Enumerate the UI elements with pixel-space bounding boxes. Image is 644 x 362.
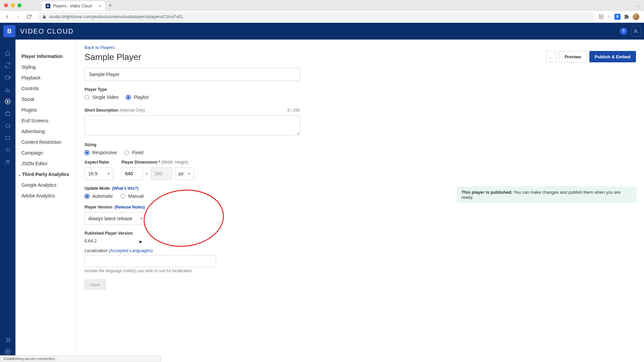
localization-input[interactable] [85,255,216,267]
radio-single-video[interactable]: Single Video [85,95,118,100]
player-version-select[interactable]: Always latest release▼ [85,212,146,225]
install-icon[interactable] [598,14,604,19]
sidebar-item-plugins[interactable]: Plugins [15,105,76,115]
radio-automatic[interactable]: Automatic [85,193,113,199]
short-description-label: Short Description (Internal Only) [85,108,145,113]
page-title: Sample Player [85,52,141,62]
sidebar-item-social[interactable]: Social [15,94,76,105]
sidebar-item-styling[interactable]: Styling [15,62,76,72]
url-field[interactable]: studio.brightcove.com/products/videoclou… [38,12,594,21]
preview-button[interactable]: Preview [559,51,587,62]
sidebar-item-controls[interactable]: Controls [15,83,76,94]
sidebar-item-adobe-analytics[interactable]: Adobe Analytics [15,190,76,201]
main: Player Information Styling Playback Cont… [0,40,644,362]
caret-down-icon: ▼ [140,217,143,221]
url-text: studio.brightcove.com/products/videoclou… [49,14,183,19]
sidebar-group-third-party-analytics[interactable]: ⌄ Third-Party Analytics [15,169,76,180]
chrome-expand-icon[interactable]: ⌄ [636,3,640,8]
whats-this-link[interactable]: (What's this?) [112,186,139,191]
publish-embed-button[interactable]: Publish & Embed [589,51,636,62]
rail-audience-icon[interactable] [4,158,11,166]
player-version-label: Player Version (Release Notes) [85,205,636,209]
new-tab-button[interactable]: + [109,2,112,8]
radio-icon [124,150,129,155]
extensions-puzzle-icon[interactable] [624,14,629,19]
rail-live-icon[interactable] [4,134,11,141]
sidebar-item-playback[interactable]: Playback [15,72,76,83]
window-close[interactable] [4,3,8,7]
player-name-input[interactable] [85,68,300,81]
tab-favicon: B [46,4,50,8]
rail-settings-icon[interactable] [4,348,11,355]
nav-forward-button[interactable] [13,12,23,21]
rail-analytics-icon[interactable] [4,86,11,93]
sidebar: Player Information Styling Playback Cont… [15,40,76,362]
back-to-players-link[interactable]: Back to Players [85,45,141,50]
nav-back-button[interactable] [3,12,12,21]
radio-playlist[interactable]: Playlist [126,95,148,100]
chevron-down-icon: ⌄ [18,173,21,176]
sidebar-item-content-restriction[interactable]: Content Restriction [15,137,76,147]
url-bar: studio.brightcove.com/products/videoclou… [0,11,644,23]
traffic-lights [4,3,21,7]
icon-rail [0,40,15,362]
width-input[interactable] [121,167,143,180]
svg-point-8 [8,161,10,162]
window-maximize[interactable] [17,3,21,7]
sidebar-item-google-analytics[interactable]: Google Analytics [15,180,76,190]
rail-media-icon[interactable] [4,74,11,81]
form-area: Player Type Single Video Playlist Short … [76,65,644,293]
short-description-counter: 0 / 250 [287,108,300,113]
profile-avatar[interactable] [633,13,639,20]
app-title: VIDEO CLOUD [20,27,74,35]
rail-home-icon[interactable] [4,50,11,57]
rail-integrations-icon[interactable] [4,146,11,154]
browser-status-bar: Establishing secure connection... [0,355,161,362]
caret-down-icon: ▼ [187,172,191,176]
rail-players-icon[interactable] [4,98,11,105]
release-notes-link[interactable]: (Release Notes) [114,205,145,209]
sidebar-item-campaign[interactable]: Campaign [15,147,76,158]
unit-select[interactable]: px▼ [175,167,194,180]
svg-point-1 [635,29,636,31]
radio-fixed[interactable]: Fixed [124,150,143,155]
short-description-input[interactable] [85,115,300,135]
sidebar-item-end-screens[interactable]: End Screens [15,115,76,126]
aspect-ratio-select[interactable]: 16:9▼ [85,167,113,180]
browser-tab[interactable]: B Players - Video Cloud × [42,1,105,10]
lock-icon [42,15,46,19]
publish-status-banner: This player is published. You can make c… [457,186,637,203]
localization-hint: Include the language code(s) you wish to… [85,268,636,273]
window-minimize[interactable] [11,3,15,7]
tab-title: Players - Video Cloud [53,4,92,8]
user-menu-button[interactable] [631,26,641,36]
app-logo[interactable]: B [3,25,15,37]
sidebar-item-player-information[interactable]: Player Information [15,51,76,62]
window-chrome: B Players - Video Cloud × + ⌄ [0,0,644,11]
sidebar-item-json-editor[interactable]: JSON Editor [15,158,76,169]
rail-refresh-icon[interactable] [4,62,11,69]
aspect-ratio-label: Aspect Ratio [85,160,113,165]
browser-tabs: B Players - Video Cloud × + [42,0,112,10]
svg-rect-2 [5,76,9,79]
multiply-icon: × [146,171,148,176]
radio-responsive[interactable]: Responsive [85,150,117,155]
nav-reload-button[interactable] [24,12,34,21]
content: Back to Players Sample Player ... Previe… [76,40,644,362]
extension-icons: ☆ B [598,13,641,20]
more-options-button[interactable]: ... [546,51,556,62]
published-player-version-label: Published Player Version [85,231,636,236]
rail-cloud-icon[interactable] [4,122,11,129]
sidebar-item-advertising[interactable]: Advertising [15,126,76,137]
help-button[interactable]: ? [620,27,627,35]
radio-manual[interactable]: Manual [120,193,144,199]
accepted-languages-link[interactable]: (Accepted Languages) [109,248,153,253]
radio-icon [120,194,125,199]
save-button[interactable]: Save [85,279,106,290]
rail-marketplace-icon[interactable] [4,336,11,343]
tab-close-icon[interactable]: × [99,3,101,8]
svg-point-9 [7,341,7,342]
rail-gallery-icon[interactable] [4,110,11,117]
star-icon[interactable]: ☆ [607,14,611,19]
extension-brightcove-icon[interactable]: B [614,14,621,20]
